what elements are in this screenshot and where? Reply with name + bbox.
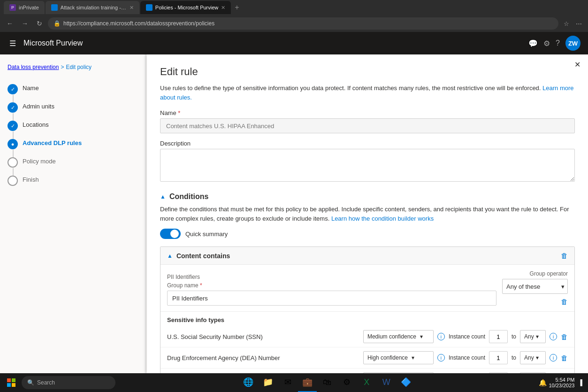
step-advanced-circle: ● [8,139,18,149]
svg-rect-2 [7,383,11,387]
user-avatar[interactable]: ZW [565,36,580,51]
dea-any-chevron: ▾ [536,354,539,361]
hamburger-menu-icon[interactable]: ☰ [8,37,18,50]
more-icon[interactable]: ⋯ [573,19,584,28]
address-text: https://compliance.microsoft.com/datalos… [63,20,214,27]
dea-delete-button[interactable]: 🗑 [561,354,568,362]
taskbar-app-settings[interactable]: ⚙ [337,373,356,392]
taskbar-app-teams[interactable]: 💼 [298,373,317,392]
step-name-circle: ✓ [8,84,18,94]
ssn-count-input[interactable] [489,330,508,343]
name-input[interactable] [160,118,575,133]
group1-operator-select[interactable]: Any of these ▾ [502,279,568,294]
group1-name-col: PII Identifiers Group name * [167,274,496,306]
tab-attack-sim-title: Attack simulation training - Mi... [61,5,127,10]
tab-attack-sim[interactable]: Attack simulation training - Mi... ✕ [46,1,139,14]
content-box-title-row: ▲ Content contains [167,252,230,260]
refresh-button[interactable]: ↻ [34,19,45,28]
step-admin-units: ✓ Admin units [8,98,137,116]
taskbar-search[interactable]: 🔍 Search [22,376,115,389]
content-box-collapse-icon[interactable]: ▲ [167,253,173,259]
tab-attack-sim-close[interactable]: ✕ [130,5,134,11]
dea-range-info-button[interactable]: i [550,354,557,361]
conditions-toggle-icon[interactable]: ▲ [160,193,166,200]
search-magnifier-icon: 🔍 [27,379,34,386]
breadcrumb-parent[interactable]: Data loss prevention [8,64,59,70]
step-admin-label: Admin units [23,102,54,110]
new-tab-button[interactable]: + [232,3,242,12]
ssn-info-button[interactable]: i [437,333,445,340]
group1-operator-chevron: ▾ [561,283,565,290]
breadcrumb-current: Edit policy [66,64,92,70]
dea-count-input[interactable] [489,351,508,364]
dea-type-name: Drug Enforcement Agency (DEA) Number [167,354,359,361]
step-advanced-dlp[interactable]: ● Advanced DLP rules [8,135,137,153]
tab-inprivate-title: inPrivate [19,5,39,10]
settings-icon[interactable]: ⚙ [543,39,550,48]
ssn-range-info-button[interactable]: i [550,333,557,340]
taskbar-app-mail[interactable]: ✉ [278,373,297,392]
description-textarea[interactable] [160,149,575,182]
description-label: Description [160,140,575,147]
help-icon[interactable]: ? [556,39,560,47]
content-box-delete-button[interactable]: 🗑 [561,252,568,260]
taskbar: 🔍 Search 🌐 📁 ✉ 💼 🛍 ⚙ X W 🔷 🔔 5:54 PM 10/… [0,373,588,392]
taskbar-app-excel[interactable]: X [357,373,376,392]
dea-any-select[interactable]: Any ▾ [520,351,546,364]
conditions-section-header: ▲ Conditions [160,192,575,201]
tab-policies[interactable]: Policies - Microsoft Purview ✕ [140,1,231,14]
panel-description: Use rules to define the type of sensitiv… [160,84,575,102]
browser-chrome: P inPrivate Attack simulation training -… [0,0,588,32]
taskbar-notification-icon[interactable]: 🔔 [539,379,547,386]
feedback-icon[interactable]: 💬 [528,39,538,48]
group1-name-label: PII Identifiers [167,274,496,280]
group1-row: PII Identifiers Group name * Group opera… [160,265,574,312]
step-locations-circle: ✓ [8,121,18,131]
sensitive-info-label-1: Sensitive info types [160,312,574,326]
tab-policies-close[interactable]: ✕ [221,5,225,11]
step-finish-circle [8,176,18,186]
tab-inprivate[interactable]: P inPrivate [4,1,45,14]
panel-close-button[interactable]: ✕ [574,60,580,69]
taskbar-search-placeholder: Search [37,379,55,386]
taskbar-app-edge2[interactable]: 🔷 [397,373,415,392]
main-panel: ✕ Edit rule Use rules to define the type… [145,54,588,373]
dea-confidence-select[interactable]: High confidence ▾ [363,351,434,364]
taskbar-center: 🌐 📁 ✉ 💼 🛍 ⚙ X W 🔷 [239,373,415,392]
start-button[interactable] [2,373,21,392]
ssn-any-chevron: ▾ [536,333,539,340]
forward-button[interactable]: → [19,19,31,28]
browser-toolbar: ← → ↻ 🔒 https://compliance.microsoft.com… [0,15,588,32]
edit-rule-panel: ✕ Edit rule Use rules to define the type… [147,54,588,373]
ssn-confidence-select[interactable]: Medium confidence ▾ [363,330,434,343]
dea-info-button[interactable]: i [437,354,445,361]
content-contains-box: ▲ Content contains 🗑 PII Identifiers Gro… [160,246,575,373]
name-field-block: Name * [160,109,575,133]
taskbar-app-word[interactable]: W [377,373,396,392]
ssn-any-value: Any [524,333,534,340]
conditions-learn-link[interactable]: Learn how the condition builder works [331,215,434,222]
group1-operator-label: Group operator [530,270,568,277]
group1-name-input[interactable] [167,291,496,306]
step-admin-circle: ✓ [8,102,18,113]
ssn-any-select[interactable]: Any ▾ [520,330,546,343]
taskbar-app-edge[interactable]: 🌐 [239,373,258,392]
ssn-confidence-chevron: ▾ [420,333,423,340]
group1-delete-button[interactable]: 🗑 [561,298,568,306]
favorites-icon[interactable]: ☆ [561,19,572,28]
ssn-delete-button[interactable]: 🗑 [561,333,568,341]
tab-policies-title: Policies - Microsoft Purview [155,5,218,10]
address-bar[interactable]: 🔒 https://compliance.microsoft.com/datal… [48,17,558,30]
taskbar-show-desktop[interactable]: ▐ [576,379,582,386]
ssn-confidence-value: Medium confidence [367,333,416,340]
taskbar-time: 5:54 PM 10/23/2023 [549,377,574,388]
step-finish-label: Finish [23,175,39,183]
quick-summary-toggle[interactable] [160,229,181,239]
toggle-knob [170,230,179,238]
name-required-marker: * [176,109,181,116]
taskbar-app-store[interactable]: 🛍 [318,373,336,392]
step-policy-label: Policy mode [23,157,56,165]
taskbar-app-files[interactable]: 📁 [259,373,277,392]
back-button[interactable]: ← [4,19,16,28]
svg-rect-1 [12,378,15,382]
